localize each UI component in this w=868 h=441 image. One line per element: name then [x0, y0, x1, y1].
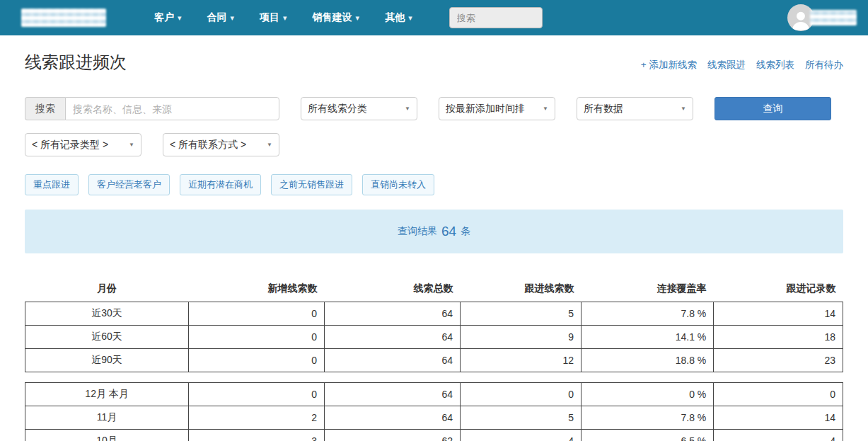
header-links: + 添加新线索 线索跟进 线索列表 所有待办: [641, 59, 843, 71]
chevron-down-icon: ▼: [405, 105, 410, 112]
chevron-down-icon: ▼: [543, 105, 548, 112]
app-logo[interactable]: [21, 8, 106, 27]
nav-item-sales-building[interactable]: 销售建设 ▾: [313, 11, 360, 24]
tag-no-sales-followup[interactable]: 之前无销售跟进: [271, 174, 352, 195]
chevron-down-icon: ▼: [129, 142, 134, 148]
col-header-followup-records: 跟进记录数: [714, 276, 843, 302]
nav-item-label: 合同: [207, 11, 227, 24]
lead-category-select[interactable]: 所有线索分类 ▼: [301, 97, 417, 120]
top-navbar: 客户 ▾ 合同 ▾ 项目 ▾ 销售建设 ▾ 其他 ▾: [0, 0, 868, 35]
nav-item-others[interactable]: 其他 ▾: [385, 11, 412, 24]
nav-item-label: 销售建设: [313, 11, 352, 24]
tag-old-customer[interactable]: 客户经营老客户: [88, 174, 170, 195]
table-row: 近90天 0 64 12 18.8 % 23: [25, 349, 843, 372]
table-header-row: 月份 新增线索数 线索总数 跟进线索数 连接覆盖率 跟进记录数: [25, 276, 843, 302]
chevron-down-icon: ▾: [356, 13, 360, 23]
table-row: 近60天 0 64 9 14.1 % 18: [25, 326, 843, 349]
col-header-month: 月份: [25, 276, 189, 302]
add-new-lead-link[interactable]: + 添加新线索: [641, 59, 697, 71]
filter-row-1: 搜索 所有线索分类 ▼ 按最新添加时间排 ▼ 所有数据 ▼ 查询: [25, 97, 843, 120]
navbar-user-area: [787, 4, 857, 31]
result-prefix: 查询结果: [398, 225, 437, 238]
page-header: 线索跟进频次 + 添加新线索 线索跟进 线索列表 所有待办: [25, 51, 843, 72]
col-header-followed-leads: 跟进线索数: [460, 276, 581, 302]
search-label: 搜索: [25, 97, 65, 120]
record-type-select[interactable]: < 所有记录类型 > ▼: [25, 133, 141, 156]
lead-list-link[interactable]: 线索列表: [756, 59, 794, 71]
col-header-total-leads: 线索总数: [325, 276, 461, 302]
contact-method-select[interactable]: < 所有联系方式 > ▼: [163, 133, 279, 156]
user-name[interactable]: [810, 10, 857, 25]
col-header-coverage-rate: 连接覆盖率: [581, 276, 714, 302]
chevron-down-icon: ▾: [178, 13, 182, 23]
col-header-new-leads: 新增线索数: [189, 276, 325, 302]
sort-order-select[interactable]: 按最新添加时间排 ▼: [439, 97, 555, 120]
chevron-down-icon: ▼: [681, 105, 686, 112]
nav-item-label: 其他: [385, 11, 405, 24]
tag-direct-sales-pending[interactable]: 直销尚未转入: [362, 174, 434, 195]
filter-row-2: < 所有记录类型 > ▼ < 所有联系方式 > ▼: [25, 133, 843, 156]
result-count: 64: [441, 224, 456, 239]
table-row: 10月 3 62 4 6.5 % 4: [25, 430, 843, 441]
quick-filter-tags: 重点跟进 客户经营老客户 近期有潜在商机 之前无销售跟进 直销尚未转入: [25, 174, 843, 195]
table-row: 12月 本月 0 64 0 0 % 0: [25, 383, 843, 406]
chevron-down-icon: ▼: [267, 142, 272, 148]
query-button[interactable]: 查询: [714, 97, 831, 120]
page-content: 线索跟进频次 + 添加新线索 线索跟进 线索列表 所有待办 搜索 所有线索分类 …: [0, 51, 868, 441]
chevron-down-icon: ▾: [231, 13, 235, 23]
lead-followup-link[interactable]: 线索跟进: [707, 59, 746, 71]
result-banner: 查询结果 64 条: [25, 210, 843, 253]
nav-item-label: 项目: [260, 11, 279, 24]
result-suffix: 条: [461, 225, 470, 238]
followup-frequency-table: 月份 新增线索数 线索总数 跟进线索数 连接覆盖率 跟进记录数 近30天 0 6…: [25, 276, 843, 441]
user-icon: [789, 7, 813, 31]
chevron-down-icon: ▾: [408, 13, 412, 23]
all-todos-link[interactable]: 所有待办: [805, 59, 843, 71]
table-row: 近30天 0 64 5 7.8 % 14: [25, 302, 843, 326]
table-group-spacer: [25, 372, 843, 383]
nav-item-projects[interactable]: 项目 ▾: [260, 11, 287, 24]
data-scope-select[interactable]: 所有数据 ▼: [577, 97, 693, 120]
global-search-input[interactable]: [449, 7, 543, 28]
tag-key-followup[interactable]: 重点跟进: [25, 174, 79, 195]
table-row: 11月 2 64 5 7.8 % 14: [25, 406, 843, 430]
search-group: 搜索: [25, 97, 279, 120]
tag-recent-opportunity[interactable]: 近期有潜在商机: [180, 174, 261, 195]
main-nav: 客户 ▾ 合同 ▾ 项目 ▾ 销售建设 ▾ 其他 ▾: [154, 11, 412, 24]
page-title: 线索跟进频次: [25, 51, 127, 72]
nav-item-contracts[interactable]: 合同 ▾: [207, 11, 235, 24]
lead-search-input[interactable]: [65, 97, 279, 120]
nav-item-customers[interactable]: 客户 ▾: [154, 11, 182, 24]
chevron-down-icon: ▾: [283, 13, 287, 23]
nav-item-label: 客户: [154, 11, 174, 24]
